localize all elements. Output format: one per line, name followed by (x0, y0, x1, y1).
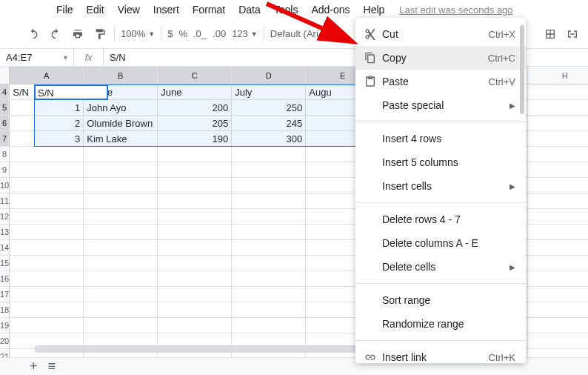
menu-file[interactable]: File (50, 1, 79, 19)
ctx-copy[interactable]: CopyCtrl+C (355, 46, 526, 70)
ctx-randomize-range[interactable]: Randomize range (355, 312, 526, 336)
cell[interactable] (158, 178, 232, 193)
cell[interactable]: 1 (10, 100, 84, 116)
add-sheet-button[interactable]: + (30, 359, 38, 374)
ctx-paste-special[interactable]: Paste special▶ (355, 93, 526, 117)
cell[interactable] (528, 178, 588, 193)
cell[interactable] (10, 209, 84, 225)
cell[interactable] (528, 84, 588, 100)
currency-button[interactable]: $ (167, 28, 173, 39)
row-header[interactable]: 20 (0, 333, 10, 349)
cell[interactable]: 300 (232, 131, 306, 147)
row-header[interactable]: 19 (0, 318, 10, 333)
col-header[interactable]: A (10, 67, 84, 84)
cell[interactable] (158, 302, 232, 318)
cell[interactable]: John Ayo (84, 100, 158, 116)
col-header[interactable]: H (528, 67, 588, 84)
cell[interactable] (10, 193, 84, 209)
cell[interactable] (84, 178, 158, 193)
name-box[interactable]: A4:E7▼ (0, 49, 74, 66)
cell[interactable] (10, 318, 84, 333)
undo-icon[interactable] (25, 26, 41, 42)
cell[interactable] (158, 225, 232, 240)
borders-icon[interactable] (542, 26, 558, 42)
cell[interactable]: 245 (232, 116, 306, 131)
col-header[interactable]: B (84, 67, 158, 84)
font-select[interactable]: Default (Ari... ▼ (270, 28, 336, 39)
cell[interactable] (158, 147, 232, 162)
row-header[interactable]: 16 (0, 271, 10, 287)
menu-insert[interactable]: Insert (147, 1, 185, 19)
percent-button[interactable]: % (178, 28, 187, 39)
row-header[interactable]: 17 (0, 287, 10, 302)
menu-format[interactable]: Format (187, 1, 231, 19)
cell[interactable] (10, 256, 84, 271)
cell[interactable]: 3 (10, 131, 84, 147)
cell[interactable] (158, 162, 232, 178)
row-header[interactable]: 12 (0, 209, 10, 225)
cell[interactable]: June (158, 84, 232, 100)
row-header[interactable]: 8 (0, 147, 10, 162)
ctx-delete-rows-4-7[interactable]: Delete rows 4 - 7 (355, 208, 526, 231)
cell[interactable] (528, 193, 588, 209)
paint-format-icon[interactable] (92, 26, 108, 42)
context-menu-scrollbar[interactable] (520, 25, 524, 114)
cell[interactable] (232, 256, 306, 271)
row-header[interactable]: 11 (0, 193, 10, 209)
cell[interactable]: Olumide Brown (84, 116, 158, 131)
row-header[interactable]: 6 (0, 116, 10, 131)
menu-view[interactable]: View (112, 1, 146, 19)
cell[interactable]: 250 (232, 100, 306, 116)
ctx-cut[interactable]: CutCtrl+X (355, 22, 526, 46)
cell[interactable] (84, 147, 158, 162)
number-format-select[interactable]: 123 ▼ (232, 28, 258, 39)
cell[interactable] (528, 271, 588, 287)
cell[interactable] (528, 131, 588, 147)
cell[interactable] (232, 147, 306, 162)
cell[interactable] (158, 209, 232, 225)
cell[interactable]: 190 (158, 131, 232, 147)
cell[interactable] (158, 318, 232, 333)
ctx-sort-range[interactable]: Sort range (355, 288, 526, 312)
cell[interactable] (232, 225, 306, 240)
row-header[interactable]: 15 (0, 256, 10, 271)
cell[interactable] (232, 287, 306, 302)
cell[interactable] (84, 193, 158, 209)
redo-icon[interactable] (47, 26, 64, 42)
cell[interactable] (10, 240, 84, 256)
cell[interactable] (232, 240, 306, 256)
cell[interactable] (84, 209, 158, 225)
cell[interactable] (10, 287, 84, 302)
cell[interactable] (10, 225, 84, 240)
cell[interactable] (158, 256, 232, 271)
cell[interactable] (84, 256, 158, 271)
row-header[interactable]: 4 (0, 84, 10, 100)
cell[interactable] (528, 225, 588, 240)
select-all-corner[interactable] (0, 67, 10, 84)
cell[interactable] (232, 209, 306, 225)
print-icon[interactable] (70, 26, 86, 42)
cell[interactable] (158, 287, 232, 302)
menu-add-ons[interactable]: Add-ons (305, 1, 355, 19)
cell[interactable] (232, 318, 306, 333)
cell[interactable] (10, 147, 84, 162)
cell[interactable] (232, 193, 306, 209)
cell[interactable] (84, 318, 158, 333)
ctx-delete-cells[interactable]: Delete cells▶ (355, 255, 526, 279)
last-edit-link[interactable]: Last edit was seconds ago (399, 4, 512, 16)
cell[interactable] (232, 178, 306, 193)
row-header[interactable]: 7 (0, 131, 10, 147)
cell[interactable] (528, 318, 588, 333)
ctx-insert-cells[interactable]: Insert cells▶ (355, 174, 526, 198)
row-header[interactable]: 9 (0, 162, 10, 178)
decrease-decimal-button[interactable]: .0_ (193, 28, 207, 39)
all-sheets-button[interactable]: ≡ (48, 359, 56, 374)
cell[interactable] (232, 271, 306, 287)
ctx-delete-columns-a-e[interactable]: Delete columns A - E (355, 231, 526, 255)
menu-tools[interactable]: Tools (268, 1, 304, 19)
col-header[interactable]: C (158, 67, 232, 84)
row-header[interactable]: 18 (0, 302, 10, 318)
ctx-paste[interactable]: PasteCtrl+V (355, 70, 526, 93)
cell[interactable]: 2 (10, 116, 84, 131)
menu-data[interactable]: Data (233, 1, 267, 19)
